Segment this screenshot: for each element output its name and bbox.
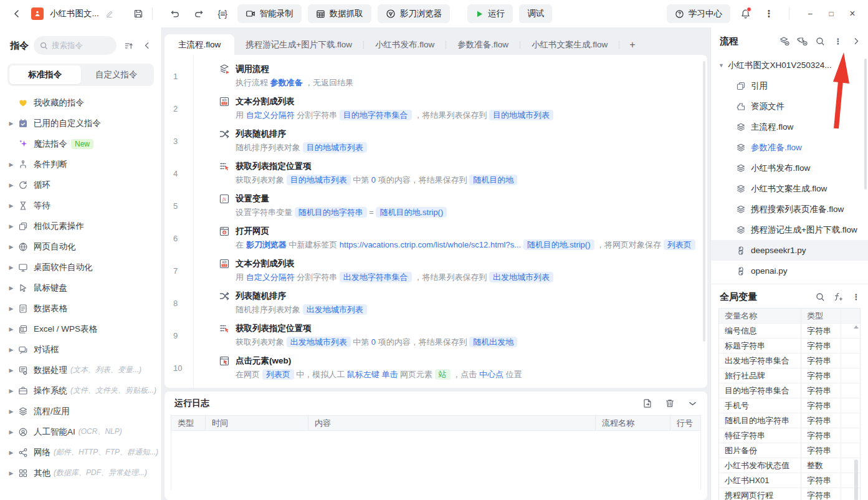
sidebar-item-8[interactable]: ▶ 桌面软件自动化 xyxy=(0,257,161,277)
step-param[interactable]: 随机目的地.strip() xyxy=(376,207,447,218)
variable-row-4[interactable]: 目的地字符串集合 字符串 xyxy=(719,383,860,398)
search-variables-icon[interactable] xyxy=(814,291,826,302)
scroll-up-arrow-icon[interactable] xyxy=(854,325,859,329)
step-param[interactable]: 随机目的地 xyxy=(469,175,517,185)
expand-caret-icon[interactable]: ▶ xyxy=(6,161,16,168)
undo-button[interactable] xyxy=(166,5,184,22)
step-row-6[interactable]: 6 打开网页 在 影刀浏览器 中新建标签页 https://vacations.… xyxy=(165,222,707,254)
variables-more-menu-icon[interactable]: ⋮ xyxy=(851,291,862,302)
sidebar-item-13[interactable]: ▶ 数据处理 (文本、列表、变量...) xyxy=(0,360,161,380)
step-param[interactable]: 站 xyxy=(435,369,451,380)
tree-caret-icon[interactable]: ▼ xyxy=(718,62,724,69)
new-module-icon[interactable] xyxy=(796,36,808,47)
command-tab-1[interactable]: 自定义指令 xyxy=(81,65,153,84)
run-button[interactable]: 运行 xyxy=(467,4,513,23)
tree-root-node[interactable]: ▼ 小红书图文XH01V250324... xyxy=(711,55,868,75)
tree-scrollbar[interactable] xyxy=(864,59,867,190)
variable-row-0[interactable]: 编号信息 字符串 xyxy=(719,324,860,339)
step-param[interactable]: 单击 xyxy=(381,370,398,379)
expand-caret-icon[interactable]: ▶ xyxy=(6,285,16,291)
expand-caret-icon[interactable]: ▶ xyxy=(6,223,16,229)
clear-log-trash-icon[interactable] xyxy=(664,397,676,410)
step-row-1[interactable]: 1 调用流程 执行流程 参数准备 ，无返回结果 xyxy=(165,60,707,92)
expand-caret-icon[interactable]: ▶ xyxy=(6,388,16,394)
parameters-icon[interactable]: {≡} xyxy=(214,5,231,22)
flow-scrollbar[interactable] xyxy=(703,61,705,342)
step-row-10[interactable]: 10 点击元素(web) 在网页 列表页 中，模拟人工 鼠标左键 单击 网页元素… xyxy=(165,352,707,384)
step-param[interactable]: 0 xyxy=(371,175,376,185)
sidebar-item-5[interactable]: ▶ 等待 xyxy=(0,195,161,216)
sidebar-item-3[interactable]: ▶ 条件判断 xyxy=(0,154,161,175)
expand-caret-icon[interactable]: ▶ xyxy=(6,429,16,435)
step-param[interactable]: 随机目的地.strip() xyxy=(523,239,594,250)
yingdao-browser-button[interactable]: 影刀浏览器 xyxy=(378,4,451,23)
flows-more-menu-icon[interactable]: ⋮ xyxy=(832,36,844,47)
add-variable-icon[interactable] xyxy=(832,291,844,302)
notifications-bell-icon[interactable] xyxy=(737,5,754,22)
sidebar-item-9[interactable]: ▶ 鼠标键盘 xyxy=(0,277,161,298)
add-flow-tab-button[interactable]: + xyxy=(619,34,645,55)
step-param[interactable]: 随机出发地 xyxy=(469,337,517,347)
step-param[interactable]: 列表页 xyxy=(262,369,294,380)
tree-item-1[interactable]: 资源文件 xyxy=(711,96,868,117)
expand-caret-icon[interactable]: ▶ xyxy=(6,120,16,127)
sidebar-item-14[interactable]: ▶ 操作系统 (文件、文件夹、剪贴板...) xyxy=(0,380,161,401)
variable-row-5[interactable]: 手机号 字符串 xyxy=(719,398,860,413)
learn-center-button[interactable]: 学习中心 xyxy=(667,4,730,23)
back-button[interactable] xyxy=(9,6,25,22)
sidebar-item-2[interactable]: 魔法指令 New xyxy=(0,133,161,154)
step-param[interactable]: 中心点 xyxy=(479,370,503,379)
step-param[interactable]: 目的地城市列表 xyxy=(489,110,553,120)
step-param[interactable]: 影刀浏览器 xyxy=(246,240,287,249)
variable-row-8[interactable]: 图片备份 字符串 xyxy=(719,443,860,458)
step-row-8[interactable]: 8 列表随机排序 随机排序列表对象 出发地城市列表 xyxy=(165,287,707,319)
expand-caret-icon[interactable]: ▶ xyxy=(6,305,16,312)
step-param[interactable]: 自定义分隔符 xyxy=(246,110,295,120)
expand-caret-icon[interactable]: ▶ xyxy=(6,367,16,373)
step-param[interactable]: 出发地城市列表 xyxy=(287,337,351,347)
close-button[interactable]: × xyxy=(843,5,862,22)
step-row-4[interactable]: 4 获取列表指定位置项 获取列表对象 目的地城市列表 中第 0 项的内容，将结果… xyxy=(165,157,707,190)
sidebar-item-11[interactable]: ▶ Excel / WPS表格 xyxy=(0,319,161,339)
collapse-panel-icon[interactable] xyxy=(851,36,862,47)
sidebar-item-10[interactable]: ▶ 数据表格 xyxy=(0,298,161,319)
step-param[interactable]: 出发地字符串集合 xyxy=(340,272,412,282)
tree-item-0[interactable]: 引用 xyxy=(711,75,868,96)
tree-item-5[interactable]: 小红书文案生成.flow xyxy=(711,178,868,199)
sort-icon[interactable] xyxy=(122,39,135,52)
step-param[interactable]: 鼠标左键 xyxy=(347,370,379,379)
tree-item-3[interactable]: 参数准备.flow xyxy=(711,137,868,158)
expand-caret-icon[interactable]: ▶ xyxy=(6,182,16,188)
tree-item-9[interactable]: openai.py xyxy=(711,261,868,281)
step-param[interactable]: 目的地城市列表 xyxy=(287,175,351,185)
step-param[interactable]: 目的地字符串集合 xyxy=(340,110,412,120)
new-flow-icon[interactable] xyxy=(778,36,789,47)
maximize-button[interactable]: □ xyxy=(822,5,841,22)
step-row-7[interactable]: 7 a|b1,2文本分割成列表 用 自定义分隔符 分割字符串 出发地字符串集合 … xyxy=(165,254,707,287)
tree-item-8[interactable]: deepseekr1.py xyxy=(711,240,868,261)
command-tab-0[interactable]: 标准指令 xyxy=(9,65,81,84)
variable-row-1[interactable]: 标题字符串 字符串 xyxy=(719,339,860,353)
collapse-log-icon[interactable] xyxy=(686,397,699,410)
variable-row-9[interactable]: 小红书发布状态值 整数 xyxy=(719,458,860,473)
step-param[interactable]: 出发地城市列表 xyxy=(303,304,367,315)
sidebar-item-1[interactable]: ▶ 已用的自定义指令 xyxy=(0,113,161,133)
debug-button[interactable]: 调试 xyxy=(519,4,552,23)
variable-row-6[interactable]: 随机目的地字符串 字符串 xyxy=(719,413,860,428)
sidebar-item-0[interactable]: 我收藏的指令 xyxy=(0,92,161,113)
data-scrape-button[interactable]: 数据抓取 xyxy=(308,4,371,23)
flow-tab-0[interactable]: 主流程.flow xyxy=(165,34,234,55)
tree-item-7[interactable]: 携程游记生成+图片下载.flow xyxy=(711,219,868,240)
expand-caret-icon[interactable]: ▶ xyxy=(6,450,16,456)
variable-row-11[interactable]: 携程网页行程 字符串 xyxy=(719,488,860,500)
sidebar-item-16[interactable]: ▶ 人工智能AI (OCR、NLP) xyxy=(0,421,161,442)
expand-caret-icon[interactable]: ▶ xyxy=(6,244,16,250)
step-param[interactable]: 列表页 xyxy=(664,239,695,250)
search-flows-icon[interactable] xyxy=(814,36,826,47)
tree-item-4[interactable]: 小红书发布.flow xyxy=(711,158,868,178)
step-param[interactable]: 随机目的地字符串 xyxy=(295,207,367,218)
step-row-9[interactable]: 9 获取列表指定位置项 获取列表对象 出发地城市列表 中第 0 项的内容，将结果… xyxy=(165,319,707,352)
variables-scrollbar[interactable] xyxy=(852,324,860,500)
expand-caret-icon[interactable]: ▶ xyxy=(6,470,16,476)
export-log-icon[interactable] xyxy=(641,397,654,410)
